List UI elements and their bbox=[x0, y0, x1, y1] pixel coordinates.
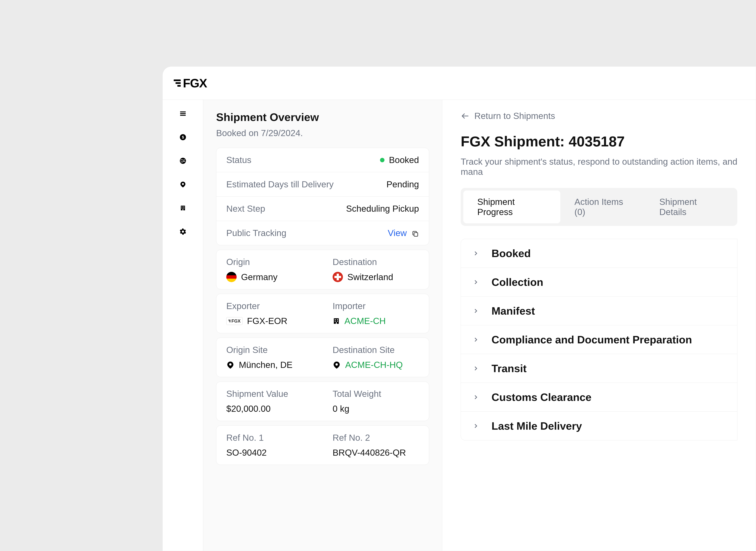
ref1-value: SO-90402 bbox=[226, 448, 313, 458]
progress-collection[interactable]: Collection bbox=[461, 268, 737, 297]
value-label: Shipment Value bbox=[226, 389, 313, 399]
copy-icon[interactable] bbox=[412, 229, 419, 237]
body: $ Shipment Overview Booked on 7/29/2024.… bbox=[163, 100, 756, 551]
importer-value[interactable]: ACME-CH bbox=[332, 316, 419, 326]
chevron-right-icon bbox=[472, 365, 479, 372]
exporter-value: FGX FGX-EOR bbox=[226, 316, 313, 326]
sidebar: $ bbox=[163, 100, 203, 551]
progress-lastmile[interactable]: Last Mile Delivery bbox=[461, 412, 737, 440]
origin-label: Origin bbox=[226, 257, 313, 267]
progress-booked[interactable]: Booked bbox=[461, 239, 737, 268]
chevron-right-icon bbox=[472, 250, 479, 257]
logo-text: FGX bbox=[183, 76, 207, 90]
svg-rect-17 bbox=[335, 321, 336, 322]
header: FGX bbox=[163, 67, 756, 100]
weight-label: Total Weight bbox=[332, 389, 419, 399]
nav-globe-icon[interactable] bbox=[179, 157, 187, 164]
destination-value: Switzerland bbox=[332, 272, 419, 282]
progress-customs[interactable]: Customs Clearance bbox=[461, 383, 737, 412]
destination-label: Destination bbox=[332, 257, 419, 267]
destination-site-value[interactable]: ACME-CH-HQ bbox=[332, 360, 419, 370]
chevron-right-icon bbox=[472, 308, 479, 315]
return-link[interactable]: Return to Shipments bbox=[461, 111, 737, 121]
svg-point-6 bbox=[182, 183, 184, 185]
logo-mark-icon bbox=[174, 79, 181, 87]
status-value: Booked bbox=[380, 155, 419, 165]
nav-billing-icon[interactable]: $ bbox=[179, 133, 187, 141]
next-step-label: Next Step bbox=[226, 203, 265, 214]
svg-rect-10 bbox=[182, 208, 182, 208]
eta-value: Pending bbox=[387, 179, 419, 189]
status-label: Status bbox=[226, 155, 251, 165]
exporter-label: Exporter bbox=[226, 301, 313, 311]
flag-switzerland-icon bbox=[332, 272, 343, 282]
destination-site-label: Destination Site bbox=[332, 345, 419, 355]
progress-transit[interactable]: Transit bbox=[461, 354, 737, 383]
pin-icon bbox=[226, 361, 234, 369]
svg-text:$: $ bbox=[182, 135, 184, 139]
nav-settings-icon[interactable] bbox=[179, 228, 187, 235]
page-title: FGX Shipment: 4035187 bbox=[461, 133, 737, 150]
metrics-card: Shipment Value $20,000.00 Total Weight 0… bbox=[216, 382, 429, 421]
svg-rect-1 bbox=[180, 113, 186, 114]
progress-manifest[interactable]: Manifest bbox=[461, 297, 737, 325]
svg-rect-19 bbox=[336, 322, 337, 324]
status-dot-icon bbox=[380, 158, 385, 162]
svg-point-21 bbox=[335, 363, 338, 366]
chevron-right-icon bbox=[472, 394, 479, 401]
next-step-value: Scheduling Pickup bbox=[346, 203, 419, 214]
svg-rect-12 bbox=[182, 209, 183, 210]
fgx-mini-logo-icon: FGX bbox=[226, 317, 243, 325]
tab-shipment-details[interactable]: Shipment Details bbox=[645, 190, 735, 223]
eta-label: Estimated Days till Delivery bbox=[226, 179, 333, 189]
svg-rect-13 bbox=[414, 232, 418, 236]
flag-germany-icon bbox=[226, 272, 237, 282]
svg-rect-2 bbox=[180, 115, 186, 116]
tracking-label: Public Tracking bbox=[226, 228, 286, 238]
origin-site-label: Origin Site bbox=[226, 345, 313, 355]
weight-value: 0 kg bbox=[332, 404, 419, 414]
chevron-right-icon bbox=[472, 423, 479, 430]
chevron-right-icon bbox=[472, 279, 479, 286]
logo: FGX bbox=[174, 76, 207, 90]
pin-icon bbox=[332, 361, 341, 369]
tabs: Shipment Progress Action Items (0) Shipm… bbox=[461, 188, 737, 226]
sites-card: Origin Site München, DE Destination Site bbox=[216, 338, 429, 377]
overview-panel: Shipment Overview Booked on 7/29/2024. S… bbox=[203, 100, 442, 551]
tab-shipment-progress[interactable]: Shipment Progress bbox=[463, 190, 560, 223]
svg-point-5 bbox=[180, 158, 186, 164]
refs-card: Ref No. 1 SO-90402 Ref No. 2 BRQV-440826… bbox=[216, 425, 429, 465]
status-card: Status Booked Estimated Days till Delive… bbox=[216, 148, 429, 245]
svg-rect-0 bbox=[180, 111, 186, 112]
ref1-label: Ref No. 1 bbox=[226, 433, 313, 443]
origin-site-value: München, DE bbox=[226, 360, 313, 370]
svg-rect-15 bbox=[335, 319, 336, 320]
nav-location-icon[interactable] bbox=[179, 181, 187, 188]
chevron-right-icon bbox=[472, 336, 479, 343]
svg-rect-11 bbox=[183, 208, 184, 208]
svg-rect-16 bbox=[337, 319, 338, 320]
svg-point-20 bbox=[229, 363, 232, 366]
overview-title: Shipment Overview bbox=[216, 111, 429, 123]
svg-rect-8 bbox=[182, 206, 182, 207]
ref2-value: BRQV-440826-QR bbox=[332, 448, 419, 458]
app-frame: FGX $ Shipment Overview bbox=[163, 66, 756, 551]
nav-menu-icon[interactable] bbox=[179, 110, 187, 117]
tab-action-items[interactable]: Action Items (0) bbox=[560, 190, 645, 223]
importer-label: Importer bbox=[332, 301, 419, 311]
overview-subtitle: Booked on 7/29/2024. bbox=[216, 128, 429, 138]
nav-company-icon[interactable] bbox=[179, 204, 187, 212]
route-card: Origin Germany Destination Switzerland bbox=[216, 250, 429, 289]
svg-rect-9 bbox=[183, 206, 184, 207]
svg-rect-18 bbox=[337, 321, 338, 322]
origin-value: Germany bbox=[226, 272, 313, 282]
progress-list: Booked Collection Manifest Compliance an… bbox=[461, 239, 737, 440]
ref2-label: Ref No. 2 bbox=[332, 433, 419, 443]
page-description: Track your shipment's status, respond to… bbox=[461, 156, 737, 177]
value-value: $20,000.00 bbox=[226, 404, 313, 414]
progress-compliance[interactable]: Compliance and Document Preparation bbox=[461, 325, 737, 354]
main-panel: Return to Shipments FGX Shipment: 403518… bbox=[442, 100, 756, 551]
tracking-view-link[interactable]: View bbox=[388, 228, 419, 238]
arrow-left-icon bbox=[461, 111, 470, 120]
building-icon bbox=[332, 318, 340, 325]
